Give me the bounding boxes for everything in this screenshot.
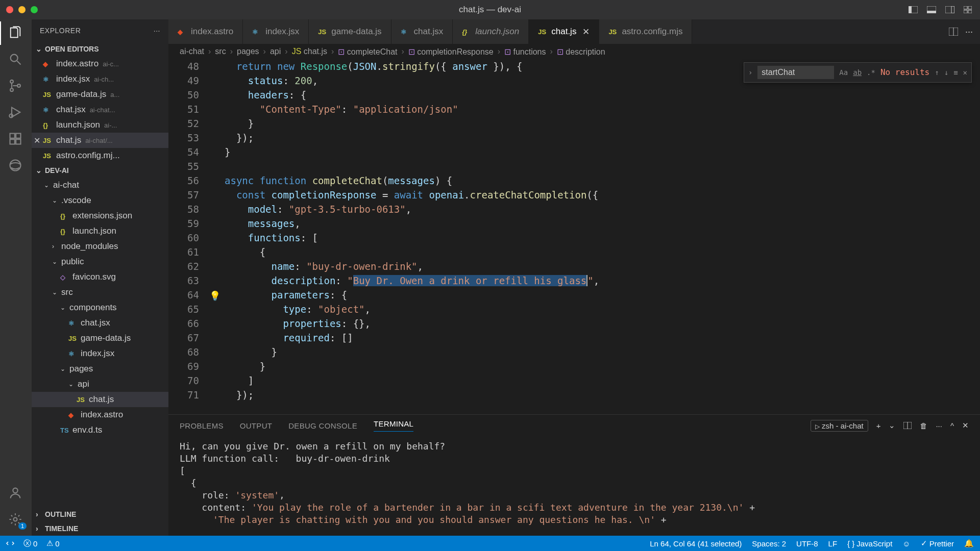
breadcrumb-item[interactable]: ⊡ completeChat — [338, 47, 397, 57]
timeline-section[interactable]: › TIMELINE — [32, 521, 168, 536]
editor-tab[interactable]: JSgame-data.js — [309, 19, 391, 44]
folder-item[interactable]: ⌄ai-chat — [32, 178, 168, 193]
file-item[interactable]: ⚛index.jsx — [32, 346, 168, 361]
file-item[interactable]: {}launch.json — [32, 223, 168, 239]
breadcrumb-item[interactable]: api — [270, 47, 281, 56]
panel-tab-terminal[interactable]: TERMINAL — [374, 419, 413, 432]
eol-status[interactable]: LF — [828, 539, 838, 548]
panel-tab-debug[interactable]: DEBUG CONSOLE — [288, 421, 357, 430]
encoding-status[interactable]: UTF-8 — [796, 539, 818, 548]
terminal-output[interactable]: Hi, can you give Dr. owen a refill on my… — [168, 436, 980, 536]
close-editor-icon[interactable]: ✕ — [34, 136, 40, 145]
explorer-more-icon[interactable]: ··· — [154, 27, 160, 35]
open-editor-item[interactable]: {}launch.json ai-... — [32, 117, 168, 133]
lightbulb-icon[interactable]: 💡 — [209, 289, 220, 303]
panel-tab-problems[interactable]: PROBLEMS — [180, 421, 224, 430]
errors-count[interactable]: ⓧ 0 — [23, 539, 37, 548]
layout-customize-icon[interactable] — [964, 6, 974, 14]
open-editors-section[interactable]: ⌄ OPEN EDITORS — [32, 42, 168, 56]
code-content[interactable]: return new Response(JSON.stringify({ ans… — [225, 59, 980, 414]
file-item[interactable]: ◇favicon.svg — [32, 269, 168, 285]
maximize-window-icon[interactable] — [31, 6, 38, 13]
kill-terminal-icon[interactable]: 🗑 — [920, 421, 927, 430]
editor-more-icon[interactable]: ··· — [965, 27, 973, 37]
open-editor-item[interactable]: JSastro.config.mj... — [32, 148, 168, 163]
search-icon[interactable] — [8, 52, 23, 67]
editor-tab[interactable]: JSastro.config.mjs — [599, 19, 692, 44]
breadcrumb-item[interactable]: ⊡ functions — [504, 47, 546, 57]
find-prev-icon[interactable]: ↑ — [935, 65, 939, 80]
file-item[interactable]: ⚛chat.jsx — [32, 315, 168, 331]
notifications-icon[interactable]: 🔔 — [964, 539, 974, 548]
file-item[interactable]: JSchat.js — [32, 392, 168, 407]
folder-item[interactable]: ⌄api — [32, 377, 168, 392]
regex-icon[interactable]: .* — [867, 65, 875, 80]
file-item[interactable]: TSenv.d.ts — [32, 422, 168, 438]
breadcrumb-item[interactable]: src — [215, 47, 226, 56]
accounts-icon[interactable] — [8, 486, 23, 501]
breadcrumb-item[interactable]: ⊡ completionResponse — [408, 47, 494, 57]
editor-tab[interactable]: JSchat.js✕ — [529, 19, 599, 44]
breadcrumb-item[interactable]: pages — [237, 47, 259, 56]
split-terminal-icon[interactable] — [903, 422, 912, 429]
feedback-icon[interactable]: ☺ — [902, 539, 910, 548]
open-editor-item[interactable]: ✕JSchat.js ai-chat/... — [32, 133, 168, 148]
terminal-shell-label[interactable]: ▷ zsh - ai-chat — [811, 420, 868, 432]
breadcrumb-item[interactable]: ⊡ description — [557, 47, 605, 57]
language-mode[interactable]: { } JavaScript — [847, 539, 892, 548]
editor-tab[interactable]: ⚛chat.jsx — [391, 19, 453, 44]
edge-tools-icon[interactable] — [8, 158, 23, 173]
editor-tab[interactable]: ◆index.astro — [168, 19, 243, 44]
find-input[interactable] — [757, 66, 834, 79]
terminal-dropdown-icon[interactable]: ⌄ — [889, 421, 895, 430]
terminal-more-icon[interactable]: ··· — [936, 421, 942, 430]
folder-item[interactable]: ⌄src — [32, 285, 168, 300]
explorer-icon[interactable] — [8, 26, 23, 41]
close-panel-icon[interactable]: ✕ — [962, 421, 969, 430]
minimize-window-icon[interactable] — [18, 6, 26, 13]
find-close-icon[interactable]: ✕ — [963, 65, 967, 80]
layout-toggle-left-icon[interactable] — [909, 6, 919, 14]
editor-body[interactable]: 4849505152535455565758596061626364656667… — [168, 59, 980, 414]
find-next-icon[interactable]: ↓ — [944, 65, 948, 80]
outline-section[interactable]: › OUTLINE — [32, 507, 168, 521]
new-terminal-icon[interactable]: + — [876, 421, 881, 430]
split-editor-icon[interactable] — [949, 28, 958, 36]
extensions-icon[interactable] — [8, 132, 23, 147]
close-tab-icon[interactable]: ✕ — [582, 27, 590, 37]
open-editor-item[interactable]: ◆index.astro ai-c... — [32, 56, 168, 71]
folder-item[interactable]: ⌄components — [32, 300, 168, 315]
open-editor-item[interactable]: ⚛chat.jsx ai-chat... — [32, 102, 168, 117]
settings-gear-icon[interactable]: 1 — [8, 512, 23, 528]
open-editor-item[interactable]: JSgame-data.js a... — [32, 87, 168, 102]
close-window-icon[interactable] — [6, 6, 13, 13]
source-control-icon[interactable] — [8, 79, 23, 94]
breadcrumb-item[interactable]: ai-chat — [180, 47, 204, 56]
match-case-icon[interactable]: Aa — [839, 65, 848, 80]
remote-indicator[interactable] — [6, 539, 14, 547]
prettier-status[interactable]: ✓ Prettier — [921, 539, 954, 548]
folder-item[interactable]: ›node_modules — [32, 239, 168, 254]
find-expand-icon[interactable]: › — [748, 65, 752, 80]
breadcrumb-item[interactable]: JS chat.js — [292, 47, 327, 56]
cursor-position[interactable]: Ln 64, Col 64 (41 selected) — [650, 539, 742, 548]
find-selection-icon[interactable]: ≡ — [953, 65, 958, 80]
maximize-panel-icon[interactable]: ^ — [950, 421, 954, 430]
folder-item[interactable]: ⌄pages — [32, 361, 168, 377]
file-item[interactable]: ◆index.astro — [32, 407, 168, 422]
layout-toggle-right-icon[interactable] — [945, 6, 955, 14]
warnings-count[interactable]: ⚠ 0 — [46, 539, 59, 548]
editor-tab[interactable]: ⚛index.jsx — [243, 19, 309, 44]
file-item[interactable]: JSgame-data.js — [32, 331, 168, 346]
match-word-icon[interactable]: ab — [853, 65, 862, 80]
run-debug-icon[interactable] — [8, 105, 23, 120]
breadcrumbs[interactable]: ai-chat›src›pages›api›JS chat.js›⊡ compl… — [168, 44, 980, 59]
folder-item[interactable]: ⌄.vscode — [32, 193, 168, 208]
folder-item[interactable]: ⌄public — [32, 254, 168, 269]
open-editor-item[interactable]: ⚛index.jsx ai-ch... — [32, 71, 168, 87]
indentation-status[interactable]: Spaces: 2 — [752, 539, 786, 548]
project-section[interactable]: ⌄ DEV-AI — [32, 163, 168, 178]
panel-tab-output[interactable]: OUTPUT — [240, 421, 272, 430]
file-item[interactable]: {}extensions.json — [32, 208, 168, 223]
layout-toggle-bottom-icon[interactable] — [927, 6, 937, 14]
